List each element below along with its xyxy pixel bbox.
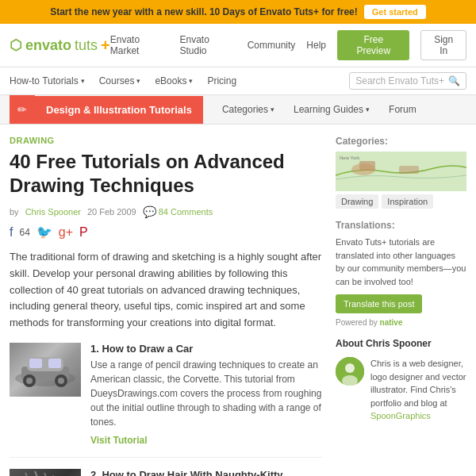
hair-illustration xyxy=(10,469,81,476)
map-svg: New York xyxy=(336,152,466,191)
svg-text:New York: New York xyxy=(340,155,360,160)
tutorial-body: 1. How to Draw a Car Use a range of penc… xyxy=(90,343,323,446)
nav-community[interactable]: Community xyxy=(248,40,296,51)
category-tag-inspiration[interactable]: Inspiration xyxy=(382,194,433,209)
sign-in-button[interactable]: Sign In xyxy=(420,30,466,60)
sidebar-translations-section: Translations: Envato Tuts+ tutorials are… xyxy=(336,220,466,327)
article-comments[interactable]: 💬 84 Comments xyxy=(143,205,213,218)
subnav-pricing[interactable]: Pricing xyxy=(207,75,236,86)
search-box[interactable]: Search Envato Tuts+ 🔍 xyxy=(349,72,466,90)
category-tag-drawing[interactable]: Drawing xyxy=(336,194,378,209)
list-item: 2. How to Draw Hair With Naughty-Kitty xyxy=(10,469,323,476)
pencil-icon: ✏ xyxy=(17,103,27,116)
article-meta: by Chris Spooner 20 Feb 2009 💬 84 Commen… xyxy=(10,205,323,218)
subnav-tutorials[interactable]: How-to Tutorials ▾ xyxy=(10,75,85,86)
svg-point-14 xyxy=(345,363,355,373)
comments-count: 84 Comments xyxy=(159,207,213,217)
translation-text: Envato Tuts+ tutorials are translated in… xyxy=(336,236,466,288)
author-link[interactable]: SpoonGraphics xyxy=(370,411,431,420)
section-forum[interactable]: Forum xyxy=(379,96,426,123)
svg-rect-4 xyxy=(48,359,61,368)
get-started-button[interactable]: Get started xyxy=(364,5,426,19)
translations-label: Translations: xyxy=(336,220,466,231)
about-author: Chris is a web designer, logo designer a… xyxy=(336,357,466,423)
category-tags: Drawing Inspiration xyxy=(336,194,466,209)
categories-label: Categories: xyxy=(336,136,466,147)
logo[interactable]: ⬡ envato tuts + xyxy=(10,36,110,55)
article-category: DRAWING xyxy=(10,136,323,145)
main-content: DRAWING 40 Free Tutorials on Advanced Dr… xyxy=(0,125,476,476)
chevron-down-icon: ▾ xyxy=(271,106,274,113)
tutorial-title: 1. How to Draw a Car xyxy=(90,343,323,355)
sub-nav: How-to Tutorials ▾ Courses ▾ eBooks ▾ Pr… xyxy=(0,67,476,95)
avatar-image xyxy=(336,357,364,386)
article-author[interactable]: Chris Spooner xyxy=(25,207,81,217)
author-description: Chris is a web designer, logo designer a… xyxy=(370,357,466,423)
chevron-down-icon: ▾ xyxy=(81,77,85,85)
avatar xyxy=(336,357,364,386)
svg-point-6 xyxy=(26,378,33,384)
tutorial-thumbnail-2 xyxy=(10,469,81,476)
social-bar: f 64 🐦 g+ P xyxy=(10,225,323,240)
top-banner: Start the new year with a new skill. 10 … xyxy=(0,0,476,24)
section-title-button[interactable]: Design & Illustration Tutorials xyxy=(35,96,203,124)
tutorial-thumbnail xyxy=(10,343,81,397)
search-icon: 🔍 xyxy=(448,75,460,86)
google-plus-icon[interactable]: g+ xyxy=(59,225,73,240)
logo-tuts: tuts xyxy=(75,37,98,54)
article-title: 40 Free Tutorials on Advanced Drawing Te… xyxy=(10,150,323,198)
list-item: 1. How to Draw a Car Use a range of penc… xyxy=(10,343,323,458)
nav-help[interactable]: Help xyxy=(306,40,326,51)
article-date: 20 Feb 2009 xyxy=(87,207,136,217)
social-count: 64 xyxy=(19,227,29,238)
svg-rect-3 xyxy=(29,359,42,368)
tutorial-body-2: 2. How to Draw Hair With Naughty-Kitty xyxy=(90,469,323,476)
article-content: DRAWING 40 Free Tutorials on Advanced Dr… xyxy=(10,136,323,476)
section-nav-items: Categories ▾ Learning Guides ▾ Forum xyxy=(213,96,426,123)
about-label: About Chris Spooner xyxy=(336,338,466,349)
logo-icon: ⬡ xyxy=(10,36,22,54)
logo-plus: + xyxy=(101,36,110,55)
section-icon: ✏ xyxy=(10,95,35,124)
chevron-down-icon: ▾ xyxy=(136,77,140,85)
native-label: native xyxy=(380,318,403,327)
translate-button[interactable]: Translate this post xyxy=(336,294,422,313)
sidebar-categories-section: Categories: New York Drawing Inspiration xyxy=(336,136,466,209)
nav-studio[interactable]: Envato Studio xyxy=(179,34,236,56)
nav-market[interactable]: Envato Market xyxy=(110,34,169,56)
section-learning-guides[interactable]: Learning Guides ▾ xyxy=(284,96,379,123)
svg-point-8 xyxy=(58,378,64,384)
map-thumbnail: New York xyxy=(336,152,466,191)
subnav-courses[interactable]: Courses ▾ xyxy=(99,75,141,86)
chevron-down-icon: ▾ xyxy=(189,77,193,85)
svg-rect-11 xyxy=(399,166,419,174)
sidebar: Categories: New York Drawing Inspiration… xyxy=(336,136,466,476)
tutorial-title-2: 2. How to Draw Hair With Naughty-Kitty xyxy=(90,469,323,476)
chevron-down-icon: ▾ xyxy=(366,106,370,113)
header-nav: Envato Market Envato Studio Community He… xyxy=(110,30,466,60)
facebook-icon[interactable]: f xyxy=(10,225,13,240)
powered-by-label: Powered by native xyxy=(336,318,403,327)
section-nav: ✏ Design & Illustration Tutorials Catego… xyxy=(0,95,476,125)
free-preview-button[interactable]: Free Preview xyxy=(337,30,409,60)
article-intro: The traditional form of drawing and sket… xyxy=(10,249,323,332)
subnav-ebooks[interactable]: eBooks ▾ xyxy=(155,75,193,86)
header: ⬡ envato tuts + Envato Market Envato Stu… xyxy=(0,24,476,67)
twitter-icon[interactable]: 🐦 xyxy=(36,225,52,240)
svg-rect-10 xyxy=(359,161,375,171)
about-author-section: About Chris Spooner Chris is a web desig… xyxy=(336,338,466,423)
meta-by: by xyxy=(10,207,19,217)
logo-text: envato xyxy=(25,37,71,54)
section-categories[interactable]: Categories ▾ xyxy=(213,96,284,123)
car-illustration xyxy=(10,343,81,397)
search-placeholder: Search Envato Tuts+ xyxy=(355,75,444,86)
pinterest-icon[interactable]: P xyxy=(79,225,88,240)
visit-tutorial-link[interactable]: Visit Tutorial xyxy=(90,435,148,446)
banner-text: Start the new year with a new skill. 10 … xyxy=(50,6,358,17)
comment-icon: 💬 xyxy=(143,205,156,218)
tutorial-description: Use a range of pencil drawing techniques… xyxy=(90,358,323,429)
